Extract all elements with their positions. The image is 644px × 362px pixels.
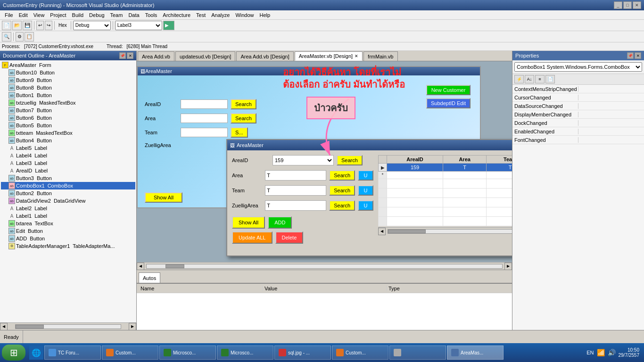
dialog-team-input[interactable] — [265, 185, 326, 196]
canvas-h-scrollbar[interactable]: ◀ ▶ — [137, 262, 512, 270]
prop-row-dock[interactable]: DockChanged — [512, 119, 644, 127]
prop-row-font[interactable]: FontChanged — [512, 136, 644, 144]
taskbar-microsco1[interactable]: Microsco... — [159, 346, 216, 360]
tab-area-add-design[interactable]: Area Add.vb [Design] — [236, 51, 293, 61]
menu-window[interactable]: Window — [232, 11, 256, 19]
grid-h-scrollbar[interactable]: ◀ ▶ — [378, 227, 512, 235]
close-button[interactable]: ✕ — [633, 1, 641, 9]
scroll-thumb[interactable] — [16, 325, 44, 329]
menu-file[interactable]: File — [2, 11, 16, 19]
tree-item-button2[interactable]: ab Button2 Button — [1, 189, 135, 197]
tree-item-txtzuellig[interactable]: ab txtzuellig MaskedTextBox — [1, 99, 135, 107]
bg-areaid-input[interactable] — [181, 99, 228, 109]
bg-showall-btn[interactable]: Show All — [145, 192, 182, 203]
start-button[interactable]: ⊞ — [2, 345, 25, 361]
tree-item-tableadapter[interactable]: ⚙ TableAdapterManager1 TableAdapterMa... — [1, 242, 135, 250]
tb2-btn1[interactable]: 🔍 — [2, 32, 11, 41]
menu-project[interactable]: Project — [47, 11, 69, 19]
run-btn[interactable]: ▶ — [163, 21, 174, 30]
scroll-left-btn[interactable]: ◀ — [0, 323, 8, 330]
prop-row-enabled[interactable]: EnabledChanged — [512, 127, 644, 136]
dialog-zuellig-u-btn[interactable]: U — [358, 200, 373, 211]
tree-item-button10[interactable]: ab Button10 Button — [1, 69, 135, 76]
tb2-btn3[interactable]: 📋 — [25, 32, 34, 41]
canvas-scroll-right-btn[interactable]: ▶ — [504, 263, 512, 270]
redo-btn[interactable]: ↪ — [45, 21, 52, 30]
taskbar-tc-forum[interactable]: TC Foru... — [44, 346, 101, 360]
bg-team-search-btn[interactable]: S... — [231, 127, 248, 138]
bg-team-input[interactable] — [181, 128, 228, 137]
tb2-btn2[interactable]: ⚙ — [16, 32, 24, 41]
minimize-button[interactable]: _ — [614, 1, 622, 9]
canvas-scroll-left-btn[interactable]: ◀ — [137, 263, 144, 270]
dialog-area-input[interactable] — [265, 170, 326, 181]
taskbar-microsco2[interactable]: Microsco... — [217, 346, 273, 360]
props-alpha-btn[interactable]: A↓ — [525, 75, 534, 83]
tab-area-add[interactable]: Area Add.vb — [138, 51, 174, 61]
tree-item-button6[interactable]: ab Button6 Button — [1, 114, 135, 122]
tree-item-label2[interactable]: A Label2 Label — [1, 205, 135, 212]
save-btn[interactable]: 💾 — [23, 21, 32, 30]
props-close-btn[interactable]: ✕ — [635, 52, 641, 59]
window-controls[interactable]: _ □ ✕ — [614, 1, 641, 9]
prop-row-datasource[interactable]: DataSourceChanged — [512, 102, 644, 110]
menu-data[interactable]: Data — [125, 11, 142, 19]
scroll-right-btn[interactable]: ▶ — [129, 323, 136, 330]
debug-config-select[interactable]: Debug — [73, 21, 111, 30]
grid-cell-area[interactable]: T — [443, 164, 487, 172]
bg-new-customer-btn[interactable]: New Customer — [426, 85, 471, 95]
dialog-area-search-btn[interactable]: Search — [329, 170, 355, 181]
dialog-areaid-search-btn[interactable]: Search — [337, 155, 363, 165]
tree-item-button3[interactable]: ab Button3 Button — [1, 174, 135, 182]
tree-item-areaid-label[interactable]: A AreaID Label — [1, 167, 135, 174]
grid-cell-new-areaid[interactable] — [387, 172, 443, 179]
tree-item-edit[interactable]: ab Edit Button — [1, 227, 135, 235]
menu-team[interactable]: Team — [107, 11, 126, 19]
new-project-btn[interactable]: 📄 — [2, 21, 11, 30]
grid-scroll-thumb[interactable] — [388, 230, 426, 233]
menu-help[interactable]: Help — [257, 11, 273, 19]
tree-item-button9[interactable]: ab Button9 Button — [1, 76, 135, 84]
prop-row-displaymember[interactable]: DisplayMemberChanged — [512, 110, 644, 119]
tree-item-txtteam[interactable]: ab txtteam MaskedTextBox — [1, 129, 135, 137]
bg-area-input[interactable] — [181, 114, 228, 123]
taskbar-custom1[interactable]: Custom... — [102, 346, 158, 360]
grid-row-selected[interactable]: ▶ 159 T T T — [379, 164, 512, 172]
grid-cell-new-area[interactable] — [443, 172, 487, 179]
dialog-zuellig-input[interactable] — [265, 200, 326, 211]
dialog-area-u-btn[interactable]: U — [358, 170, 373, 181]
menu-analyze[interactable]: Analyze — [208, 11, 232, 19]
outline-h-scrollbar[interactable]: ◀ ▶ — [0, 322, 136, 330]
dialog-delete-btn[interactable]: Delete — [275, 231, 304, 244]
dialog-zuellig-search-btn[interactable]: Search — [329, 200, 355, 211]
tree-item-label5[interactable]: A Label5 Label — [1, 144, 135, 152]
bg-area-search-btn[interactable]: Search — [231, 113, 256, 123]
tab-updatesud[interactable]: updatesud.vb [Design] — [175, 51, 235, 61]
props-events-btn[interactable]: ⚡ — [514, 75, 524, 83]
grid-cell-team[interactable]: T — [487, 164, 512, 172]
dialog-areaid-combo[interactable]: 159 — [272, 155, 334, 165]
tree-item-combobox1[interactable]: ab ComboBox1 ComboBox — [1, 182, 135, 189]
props-pin-btn[interactable]: 📌 — [627, 52, 634, 59]
label-select[interactable]: Label3 — [115, 21, 162, 30]
tree-item-button7[interactable]: ab Button7 Button — [1, 107, 135, 114]
menu-test[interactable]: Test — [193, 11, 208, 19]
grid-cell-new-team[interactable] — [487, 172, 512, 179]
menu-tools[interactable]: Tools — [142, 11, 160, 19]
taskbar-custom2[interactable]: Custom... — [332, 346, 388, 360]
menu-view[interactable]: View — [31, 11, 48, 19]
grid-scroll-left[interactable]: ◀ — [378, 228, 386, 235]
props-cat-btn[interactable]: ≡ — [535, 75, 545, 83]
dialog-showall-btn[interactable]: Show All — [232, 216, 265, 229]
taskbar-sql[interactable]: sql.jpg - ... — [274, 346, 331, 360]
tree-item-button8[interactable]: ab Button8 Button — [1, 84, 135, 91]
menu-architecture[interactable]: Architecture — [160, 11, 193, 19]
dialog-add-btn[interactable]: ADD — [268, 216, 292, 229]
tree-item-button5[interactable]: ab Button5 Button — [1, 122, 135, 129]
taskbar-blank[interactable] — [389, 346, 446, 360]
prop-row-cursor[interactable]: CursorChanged — [512, 93, 644, 102]
maximize-button[interactable]: □ — [623, 1, 632, 9]
tree-item-label3[interactable]: A Label3 Label — [1, 159, 135, 167]
props-selected-combo[interactable]: ComboBox1 System.Windows.Forms.ComboBox — [514, 62, 642, 72]
outline-pin-btn[interactable]: 📌 — [119, 52, 126, 59]
